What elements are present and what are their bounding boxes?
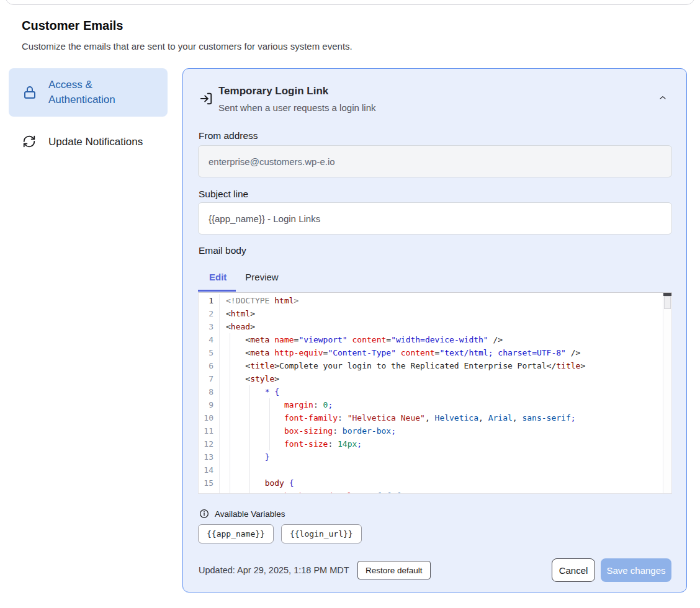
code-line: 11 box-sizing: border-box; <box>199 424 663 437</box>
code-line: 4 <meta name="viewport" content="width=d… <box>199 333 663 346</box>
sidebar-item-update-notifications[interactable]: Update Notifications <box>9 127 168 157</box>
scrollbar-thumb-secondary <box>664 296 671 309</box>
info-icon <box>199 509 209 519</box>
login-icon <box>199 92 213 105</box>
active-tab-indicator <box>198 290 236 292</box>
panel-subtitle: Sent when a user requests a login link <box>218 102 375 113</box>
page-subtitle: Customize the emails that are sent to yo… <box>22 41 352 51</box>
code-line: 14 <box>199 463 663 476</box>
code-line: 3<head> <box>199 320 663 333</box>
email-body-label: Email body <box>199 245 246 256</box>
cancel-button[interactable]: Cancel <box>552 558 595 582</box>
editor-scrollbar[interactable] <box>663 293 671 493</box>
panel-title: Temporary Login Link <box>218 85 328 97</box>
variable-chip[interactable]: {{app_name}} <box>198 524 274 543</box>
email-body-editor[interactable]: 1<!DOCTYPE html>2<html>3<head>4 <meta na… <box>198 292 672 494</box>
code-line: 1<!DOCTYPE html> <box>199 294 663 307</box>
code-line: 5 <meta http-equiv="Content-Type" conten… <box>199 346 663 359</box>
previous-card-bottom-edge <box>5 0 695 5</box>
code-line: 13 } <box>199 450 663 463</box>
sidebar-item-access-authentication[interactable]: Access & Authentication <box>9 68 168 117</box>
variable-chips: {{app_name}}{{login_url}} <box>198 524 362 543</box>
temporary-login-link-panel: Temporary Login Link Sent when a user re… <box>182 68 687 592</box>
code-lines: 1<!DOCTYPE html>2<html>3<head>4 <meta na… <box>199 294 663 494</box>
subject-line-label: Subject line <box>199 189 248 200</box>
updated-timestamp: Updated: Apr 29, 2025, 1:18 PM MDT <box>199 565 349 575</box>
refresh-icon <box>22 135 37 150</box>
from-address-label: From address <box>199 130 258 141</box>
restore-default-button[interactable]: Restore default <box>357 561 431 579</box>
code-line: 2<html> <box>199 307 663 320</box>
lock-icon <box>22 85 37 100</box>
code-line: 16 background-color: #f6f6f6; <box>199 490 663 494</box>
code-line: 15 body { <box>199 476 663 490</box>
sidebar: Access & AuthenticationUpdate Notificati… <box>9 68 168 157</box>
page-title: Customer Emails <box>22 19 123 33</box>
sidebar-item-label: Access & Authentication <box>48 78 141 107</box>
editor-tabs: EditPreview <box>209 272 279 282</box>
tab-edit[interactable]: Edit <box>209 272 227 282</box>
variable-chip[interactable]: {{login_url}} <box>281 524 362 543</box>
chevron-up-icon[interactable] <box>658 94 669 104</box>
code-line: 9 margin: 0; <box>199 398 663 411</box>
code-line: 12 font-size: 14px; <box>199 437 663 450</box>
from-address-input <box>198 145 672 177</box>
code-line: 10 font-family: "Helvetica Neue", Helvet… <box>199 411 663 424</box>
sidebar-item-label: Update Notifications <box>48 136 143 148</box>
tab-preview[interactable]: Preview <box>245 272 278 282</box>
available-variables-label: Available Variables <box>215 509 285 519</box>
code-line: 8 * { <box>199 385 663 398</box>
code-line: 7 <style> <box>199 372 663 385</box>
save-changes-button[interactable]: Save changes <box>601 558 671 582</box>
available-variables-row: Available Variables <box>199 509 285 519</box>
subject-line-input[interactable] <box>198 202 672 235</box>
code-line: 6 <title>Complete your login to the Repl… <box>199 359 663 372</box>
